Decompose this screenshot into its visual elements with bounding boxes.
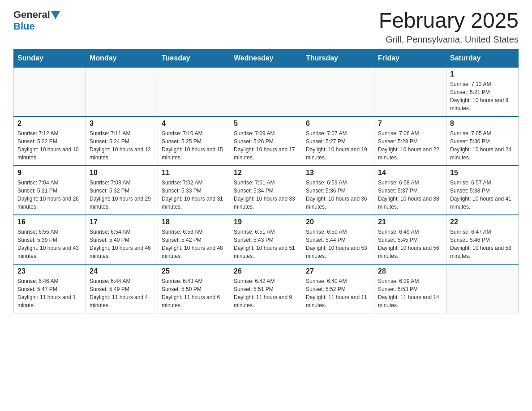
calendar-header-monday: Monday	[86, 49, 158, 67]
day-info: Sunrise: 6:42 AMSunset: 5:51 PMDaylight:…	[234, 277, 298, 309]
day-info: Sunrise: 6:59 AMSunset: 5:36 PMDaylight:…	[306, 179, 370, 211]
calendar-cell	[158, 67, 230, 116]
calendar-cell: 9Sunrise: 7:04 AMSunset: 5:31 PMDaylight…	[14, 166, 86, 215]
day-number: 8	[450, 120, 515, 128]
day-info: Sunrise: 7:10 AMSunset: 5:25 PMDaylight:…	[162, 129, 226, 162]
calendar-cell: 10Sunrise: 7:03 AMSunset: 5:32 PMDayligh…	[86, 166, 158, 215]
calendar-cell: 20Sunrise: 6:50 AMSunset: 5:44 PMDayligh…	[302, 215, 374, 264]
day-number: 14	[378, 169, 442, 177]
calendar-week-3: 9Sunrise: 7:04 AMSunset: 5:31 PMDaylight…	[14, 166, 519, 215]
calendar-header-thursday: Thursday	[302, 49, 374, 67]
calendar-cell: 2Sunrise: 7:12 AMSunset: 5:22 PMDaylight…	[14, 116, 86, 166]
day-info: Sunrise: 6:40 AMSunset: 5:52 PMDaylight:…	[306, 277, 370, 309]
day-number: 5	[234, 120, 298, 128]
day-number: 20	[306, 218, 370, 226]
calendar-cell: 22Sunrise: 6:47 AMSunset: 5:46 PMDayligh…	[446, 215, 519, 264]
day-number: 26	[234, 267, 298, 275]
logo-triangle-icon	[51, 11, 60, 19]
calendar-cell: 23Sunrise: 6:46 AMSunset: 5:47 PMDayligh…	[14, 264, 86, 313]
day-info: Sunrise: 7:06 AMSunset: 5:28 PMDaylight:…	[378, 129, 442, 162]
day-info: Sunrise: 7:02 AMSunset: 5:33 PMDaylight:…	[162, 179, 226, 211]
calendar-cell: 27Sunrise: 6:40 AMSunset: 5:52 PMDayligh…	[302, 264, 374, 313]
logo: General Blue	[13, 9, 60, 32]
day-info: Sunrise: 7:11 AMSunset: 5:24 PMDaylight:…	[90, 129, 154, 162]
day-number: 3	[90, 120, 154, 128]
calendar-cell: 17Sunrise: 6:54 AMSunset: 5:40 PMDayligh…	[86, 215, 158, 264]
calendar-cell: 21Sunrise: 6:49 AMSunset: 5:45 PMDayligh…	[374, 215, 446, 264]
calendar-cell: 15Sunrise: 6:57 AMSunset: 5:38 PMDayligh…	[446, 166, 519, 215]
day-number: 28	[378, 267, 442, 275]
calendar-cell: 28Sunrise: 6:39 AMSunset: 5:53 PMDayligh…	[374, 264, 446, 313]
day-number: 10	[90, 169, 154, 177]
calendar-week-5: 23Sunrise: 6:46 AMSunset: 5:47 PMDayligh…	[14, 264, 519, 313]
calendar-cell	[14, 67, 86, 116]
day-number: 11	[162, 169, 226, 177]
day-info: Sunrise: 6:47 AMSunset: 5:46 PMDaylight:…	[450, 228, 515, 260]
calendar-week-4: 16Sunrise: 6:55 AMSunset: 5:39 PMDayligh…	[14, 215, 519, 264]
logo-general-text: General	[13, 9, 50, 21]
day-number: 13	[306, 169, 370, 177]
day-info: Sunrise: 6:39 AMSunset: 5:53 PMDaylight:…	[378, 277, 442, 309]
calendar-cell: 12Sunrise: 7:01 AMSunset: 5:34 PMDayligh…	[230, 166, 302, 215]
day-info: Sunrise: 7:07 AMSunset: 5:27 PMDaylight:…	[306, 129, 370, 162]
calendar-cell	[86, 67, 158, 116]
calendar-week-1: 1Sunrise: 7:13 AMSunset: 5:21 PMDaylight…	[14, 67, 519, 116]
day-info: Sunrise: 6:57 AMSunset: 5:38 PMDaylight:…	[450, 179, 515, 211]
day-number: 2	[17, 120, 82, 128]
day-info: Sunrise: 7:13 AMSunset: 5:21 PMDaylight:…	[450, 80, 515, 112]
day-number: 6	[306, 120, 370, 128]
calendar-cell: 3Sunrise: 7:11 AMSunset: 5:24 PMDaylight…	[86, 116, 158, 166]
day-info: Sunrise: 6:54 AMSunset: 5:40 PMDaylight:…	[90, 228, 154, 260]
calendar-header-wednesday: Wednesday	[230, 49, 302, 67]
day-number: 16	[17, 218, 82, 226]
day-info: Sunrise: 7:09 AMSunset: 5:26 PMDaylight:…	[234, 129, 298, 162]
day-number: 25	[162, 267, 226, 275]
day-info: Sunrise: 6:58 AMSunset: 5:37 PMDaylight:…	[378, 179, 442, 211]
day-info: Sunrise: 7:03 AMSunset: 5:32 PMDaylight:…	[90, 179, 154, 211]
calendar-cell	[374, 67, 446, 116]
calendar-header-saturday: Saturday	[446, 49, 519, 67]
day-info: Sunrise: 6:55 AMSunset: 5:39 PMDaylight:…	[17, 228, 82, 260]
calendar-cell: 5Sunrise: 7:09 AMSunset: 5:26 PMDaylight…	[230, 116, 302, 166]
day-info: Sunrise: 6:49 AMSunset: 5:45 PMDaylight:…	[378, 228, 442, 260]
calendar-header-sunday: Sunday	[14, 49, 86, 67]
calendar-cell: 18Sunrise: 6:53 AMSunset: 5:42 PMDayligh…	[158, 215, 230, 264]
calendar-cell: 8Sunrise: 7:05 AMSunset: 5:30 PMDaylight…	[446, 116, 519, 166]
calendar-cell	[230, 67, 302, 116]
day-number: 24	[90, 267, 154, 275]
day-number: 21	[378, 218, 442, 226]
calendar-cell: 7Sunrise: 7:06 AMSunset: 5:28 PMDaylight…	[374, 116, 446, 166]
calendar-cell: 26Sunrise: 6:42 AMSunset: 5:51 PMDayligh…	[230, 264, 302, 313]
calendar-cell: 13Sunrise: 6:59 AMSunset: 5:36 PMDayligh…	[302, 166, 374, 215]
month-title: February 2025	[379, 9, 519, 33]
calendar-cell: 16Sunrise: 6:55 AMSunset: 5:39 PMDayligh…	[14, 215, 86, 264]
calendar-cell: 4Sunrise: 7:10 AMSunset: 5:25 PMDaylight…	[158, 116, 230, 166]
day-number: 27	[306, 267, 370, 275]
calendar-header-row: SundayMondayTuesdayWednesdayThursdayFrid…	[14, 49, 519, 67]
day-number: 9	[17, 169, 82, 177]
day-info: Sunrise: 6:53 AMSunset: 5:42 PMDaylight:…	[162, 228, 226, 260]
day-number: 22	[450, 218, 515, 226]
day-number: 7	[378, 120, 442, 128]
day-number: 23	[17, 267, 82, 275]
svg-marker-0	[51, 11, 60, 19]
day-info: Sunrise: 6:50 AMSunset: 5:44 PMDaylight:…	[306, 228, 370, 260]
day-info: Sunrise: 7:01 AMSunset: 5:34 PMDaylight:…	[234, 179, 298, 211]
calendar-cell: 14Sunrise: 6:58 AMSunset: 5:37 PMDayligh…	[374, 166, 446, 215]
day-number: 15	[450, 169, 515, 177]
day-number: 19	[234, 218, 298, 226]
title-block: February 2025 Grill, Pennsylvania, Unite…	[379, 9, 519, 45]
day-info: Sunrise: 6:43 AMSunset: 5:50 PMDaylight:…	[162, 277, 226, 309]
day-info: Sunrise: 6:44 AMSunset: 5:49 PMDaylight:…	[90, 277, 154, 309]
day-info: Sunrise: 7:12 AMSunset: 5:22 PMDaylight:…	[17, 129, 82, 162]
calendar-cell: 11Sunrise: 7:02 AMSunset: 5:33 PMDayligh…	[158, 166, 230, 215]
calendar-cell: 1Sunrise: 7:13 AMSunset: 5:21 PMDaylight…	[446, 67, 519, 116]
day-number: 1	[450, 70, 515, 78]
day-number: 17	[90, 218, 154, 226]
calendar-header-tuesday: Tuesday	[158, 49, 230, 67]
logo-blue-text: Blue	[13, 21, 35, 32]
calendar-week-2: 2Sunrise: 7:12 AMSunset: 5:22 PMDaylight…	[14, 116, 519, 166]
day-info: Sunrise: 6:51 AMSunset: 5:43 PMDaylight:…	[234, 228, 298, 260]
calendar-cell: 24Sunrise: 6:44 AMSunset: 5:49 PMDayligh…	[86, 264, 158, 313]
day-number: 12	[234, 169, 298, 177]
